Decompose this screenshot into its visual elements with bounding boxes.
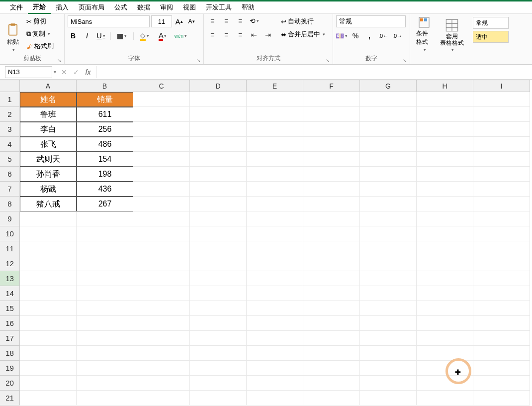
cell-E19[interactable] xyxy=(247,361,303,376)
cell-F16[interactable] xyxy=(303,316,360,331)
cell-G8[interactable] xyxy=(360,197,417,211)
cell-I5[interactable] xyxy=(473,152,530,167)
cell-E7[interactable] xyxy=(247,182,303,197)
cell-F9[interactable] xyxy=(303,211,360,226)
table-format-button[interactable]: 套用 表格格式 xyxy=(437,15,467,53)
cell-I16[interactable] xyxy=(473,316,530,331)
wrap-text-button[interactable]: ↩ 自动换行 xyxy=(279,15,327,27)
menu-插入[interactable]: 插入 xyxy=(51,1,74,13)
cell-D7[interactable] xyxy=(190,182,247,197)
cell-E20[interactable] xyxy=(247,376,303,391)
cell-H13[interactable] xyxy=(417,271,473,286)
cell-F21[interactable] xyxy=(303,391,360,406)
cell-G16[interactable] xyxy=(360,316,417,331)
cell-D16[interactable] xyxy=(190,316,247,331)
cell-B1[interactable]: 销量 xyxy=(77,92,133,107)
align-top-icon[interactable]: ≡ xyxy=(207,15,218,26)
cell-G15[interactable] xyxy=(360,301,417,316)
style-normal[interactable]: 常规 xyxy=(473,17,509,29)
confirm-formula-icon[interactable]: ✓ xyxy=(71,67,82,78)
row-header-5[interactable]: 5 xyxy=(0,152,20,167)
cell-C19[interactable] xyxy=(133,361,190,376)
clipboard-launcher-icon[interactable]: ↘ xyxy=(57,58,61,63)
cell-B11[interactable] xyxy=(77,241,133,256)
cell-I11[interactable] xyxy=(473,241,530,256)
cell-A16[interactable] xyxy=(20,316,77,331)
cell-E10[interactable] xyxy=(247,226,303,241)
align-right-icon[interactable]: ≡ xyxy=(235,29,246,40)
cell-D9[interactable] xyxy=(190,211,247,226)
cell-E17[interactable] xyxy=(247,331,303,346)
cell-E6[interactable] xyxy=(247,167,303,182)
cell-F7[interactable] xyxy=(303,182,360,197)
cell-E1[interactable] xyxy=(247,92,303,107)
cell-I13[interactable] xyxy=(473,271,530,286)
cell-G2[interactable] xyxy=(360,107,417,122)
cell-G4[interactable] xyxy=(360,137,417,152)
cell-I12[interactable] xyxy=(473,256,530,271)
indent-decrease-icon[interactable]: ⇤ xyxy=(249,29,260,40)
cell-grid[interactable]: 姓名销量鲁班611李白256张飞486武则天154孙尚香198杨戬436猪八戒2… xyxy=(20,92,530,406)
col-header-H[interactable]: H xyxy=(417,80,473,92)
cell-D1[interactable] xyxy=(190,92,247,107)
cell-B5[interactable]: 154 xyxy=(77,152,133,167)
cell-D17[interactable] xyxy=(190,331,247,346)
cell-E2[interactable] xyxy=(247,107,303,122)
cell-C15[interactable] xyxy=(133,301,190,316)
cell-A15[interactable] xyxy=(20,301,77,316)
cell-C1[interactable] xyxy=(133,92,190,107)
cell-B16[interactable] xyxy=(77,316,133,331)
cell-I18[interactable] xyxy=(473,346,530,361)
decrease-font-icon[interactable]: A▾ xyxy=(186,16,197,27)
cell-H8[interactable] xyxy=(417,197,473,211)
cell-A11[interactable] xyxy=(20,241,77,256)
cell-G19[interactable] xyxy=(360,361,417,376)
cell-F20[interactable] xyxy=(303,376,360,391)
cell-C12[interactable] xyxy=(133,256,190,271)
cell-F12[interactable] xyxy=(303,256,360,271)
cell-D3[interactable] xyxy=(190,122,247,137)
menu-审阅[interactable]: 审阅 xyxy=(155,1,178,13)
row-header-14[interactable]: 14 xyxy=(0,286,20,301)
cell-H15[interactable] xyxy=(417,301,473,316)
orientation-icon[interactable]: ⟲ xyxy=(249,15,260,26)
cell-H10[interactable] xyxy=(417,226,473,241)
cell-A4[interactable]: 张飞 xyxy=(20,137,77,152)
cell-C21[interactable] xyxy=(133,391,190,406)
cell-A2[interactable]: 鲁班 xyxy=(20,107,77,122)
cell-E16[interactable] xyxy=(247,316,303,331)
decrease-decimal-icon[interactable]: .0→ xyxy=(392,30,403,41)
fill-color-button[interactable]: ◇ xyxy=(137,30,152,41)
increase-decimal-icon[interactable]: .0← xyxy=(378,30,389,41)
cell-A6[interactable]: 孙尚香 xyxy=(20,167,77,182)
cell-E21[interactable] xyxy=(247,391,303,406)
row-header-15[interactable]: 15 xyxy=(0,301,20,316)
cell-D19[interactable] xyxy=(190,361,247,376)
cell-H1[interactable] xyxy=(417,92,473,107)
currency-icon[interactable]: 💷 xyxy=(336,30,347,41)
name-box-dropdown-icon[interactable]: ▾ xyxy=(54,69,56,75)
align-middle-icon[interactable]: ≡ xyxy=(221,15,232,26)
name-box[interactable] xyxy=(5,66,52,78)
cell-D4[interactable] xyxy=(190,137,247,152)
cell-D10[interactable] xyxy=(190,226,247,241)
cell-A20[interactable] xyxy=(20,376,77,391)
cell-C16[interactable] xyxy=(133,316,190,331)
cell-A8[interactable]: 猪八戒 xyxy=(20,197,77,211)
cell-H7[interactable] xyxy=(417,182,473,197)
cell-A3[interactable]: 李白 xyxy=(20,122,77,137)
cell-D18[interactable] xyxy=(190,346,247,361)
cell-F10[interactable] xyxy=(303,226,360,241)
cell-B4[interactable]: 486 xyxy=(77,137,133,152)
cell-B21[interactable] xyxy=(77,391,133,406)
cell-F8[interactable] xyxy=(303,197,360,211)
number-format-select[interactable] xyxy=(336,15,406,27)
cell-C8[interactable] xyxy=(133,197,190,211)
cell-G10[interactable] xyxy=(360,226,417,241)
cell-D21[interactable] xyxy=(190,391,247,406)
cell-F5[interactable] xyxy=(303,152,360,167)
cell-F11[interactable] xyxy=(303,241,360,256)
cell-I14[interactable] xyxy=(473,286,530,301)
formula-input[interactable] xyxy=(96,66,532,78)
cell-G20[interactable] xyxy=(360,376,417,391)
